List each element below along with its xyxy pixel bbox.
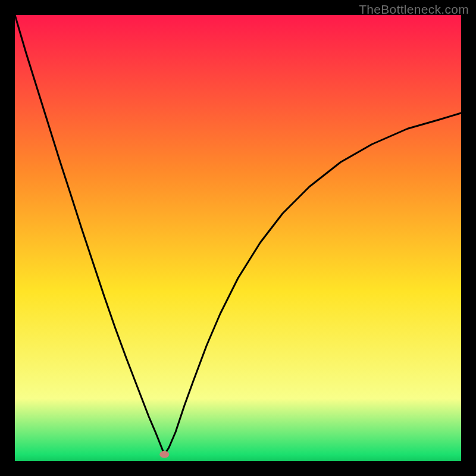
plot-area (15, 15, 461, 461)
gradient-background (15, 15, 461, 461)
chart-frame: TheBottleneck.com (0, 0, 476, 476)
bottleneck-chart (15, 15, 461, 461)
optimal-point-marker (159, 451, 169, 458)
